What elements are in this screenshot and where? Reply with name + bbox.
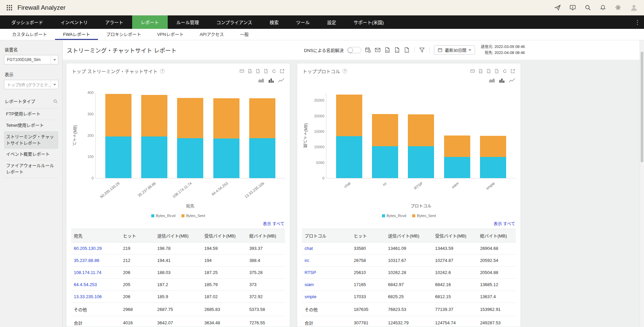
scrollbar-thumb[interactable] bbox=[641, 52, 643, 162]
search-icon[interactable] bbox=[585, 4, 591, 11]
table-cell: 60.205.130.29 bbox=[71, 242, 120, 255]
filter-icon[interactable] bbox=[419, 47, 425, 53]
bar-64.4.54.253[interactable] bbox=[213, 98, 239, 178]
row-link[interactable]: irc bbox=[305, 258, 309, 263]
apps-grid-icon[interactable] bbox=[6, 4, 13, 11]
device-select[interactable]: FGT100D186_Sim bbox=[4, 55, 58, 64]
mail-icon[interactable] bbox=[470, 69, 475, 73]
nav-tab[interactable]: インベントリ bbox=[52, 15, 97, 29]
row-link[interactable]: 108.174.11.74 bbox=[74, 270, 101, 275]
xls-icon[interactable]: x bbox=[404, 47, 410, 53]
chart: 総バイト(MB)0500010000150002000025000chatirc… bbox=[302, 93, 516, 210]
nav-tab[interactable]: 検索 bbox=[261, 15, 287, 29]
mail-icon[interactable] bbox=[239, 69, 244, 73]
mail-icon[interactable] bbox=[375, 47, 381, 53]
row-link[interactable]: 35.237.88.86 bbox=[74, 258, 99, 263]
table-row: その他29682687.752685.835373.58 bbox=[71, 303, 285, 316]
table-cell: 249287.53 bbox=[477, 316, 516, 327]
xls-icon[interactable]: x bbox=[494, 69, 499, 73]
table-cell: 合計 bbox=[71, 316, 120, 327]
period-select[interactable]: 最新30日間 bbox=[434, 45, 475, 55]
pdf-icon[interactable]: PDF bbox=[384, 47, 390, 53]
subnav-tab[interactable]: FWAレポート bbox=[55, 29, 98, 40]
screen-demo-icon[interactable] bbox=[570, 4, 576, 11]
bar-60.205.130.29[interactable] bbox=[105, 94, 131, 178]
table-cell: 26758 bbox=[351, 255, 385, 267]
row-link[interactable]: chat bbox=[305, 246, 313, 251]
dns-toggle[interactable] bbox=[347, 47, 361, 53]
pdf-icon[interactable]: PDF bbox=[478, 69, 483, 73]
pdf-icon[interactable]: PDF bbox=[248, 69, 252, 73]
nav-tab[interactable]: ツール bbox=[287, 15, 319, 29]
report-type-item[interactable]: ファイアウォールルールレポート bbox=[4, 160, 58, 178]
bar-siam[interactable] bbox=[444, 135, 470, 178]
x-tick-label: 64.4.54.253 bbox=[211, 181, 229, 196]
area-chart-icon[interactable] bbox=[258, 78, 264, 83]
bar-chart-icon[interactable] bbox=[268, 78, 274, 83]
period-to: 宛先: 2022-04-08 08:46 bbox=[481, 50, 525, 56]
refresh-icon[interactable] bbox=[502, 69, 507, 73]
nav-tab[interactable]: アラート bbox=[97, 15, 132, 29]
nav-tab[interactable]: レポート bbox=[132, 15, 168, 29]
row-link[interactable]: 13.33.235.106 bbox=[74, 294, 102, 299]
area-chart-icon[interactable] bbox=[489, 78, 495, 83]
search-icon[interactable] bbox=[53, 99, 58, 104]
report-type-item[interactable]: FTP使用レポート bbox=[4, 109, 58, 120]
table-row: 合計40163642.073634.487276.55 bbox=[71, 316, 285, 327]
user-avatar-icon[interactable] bbox=[630, 4, 638, 12]
row-link[interactable]: siam bbox=[305, 282, 314, 287]
bar-13.33.235.106[interactable] bbox=[249, 98, 275, 178]
csv-icon[interactable]: csv bbox=[394, 47, 400, 53]
show-all-link[interactable]: 表示 すべて bbox=[263, 222, 284, 226]
bar-irc[interactable] bbox=[372, 114, 398, 178]
bar-108.174.11.74[interactable] bbox=[177, 98, 203, 178]
subnav-tab[interactable]: APIアクセス bbox=[192, 29, 232, 40]
row-link[interactable]: 64.4.54.253 bbox=[74, 282, 97, 287]
vertical-scrollbar[interactable] bbox=[640, 40, 644, 327]
table-cell: 187635 bbox=[351, 303, 385, 316]
nav-tab[interactable]: サポート(米国) bbox=[345, 15, 392, 29]
line-chart-icon[interactable] bbox=[509, 78, 515, 83]
bar-RTSP[interactable] bbox=[408, 114, 434, 178]
bar-35.237.88.86[interactable] bbox=[141, 95, 167, 178]
row-link[interactable]: RTSP bbox=[305, 270, 316, 275]
subnav-tab[interactable]: 一般 bbox=[232, 29, 257, 40]
bar-smpte[interactable] bbox=[480, 136, 506, 178]
expand-icon[interactable] bbox=[280, 69, 284, 73]
svg-text:csv: csv bbox=[257, 71, 259, 73]
gear-icon[interactable] bbox=[615, 4, 621, 11]
bell-icon[interactable] bbox=[600, 4, 606, 11]
csv-icon[interactable]: csv bbox=[256, 69, 260, 73]
report-type-item[interactable]: イベント概要レポート bbox=[4, 149, 58, 160]
nav-tab[interactable]: 設定 bbox=[318, 15, 345, 29]
report-type-item[interactable]: Telnet使用レポート bbox=[4, 120, 58, 131]
help-icon[interactable]: ? bbox=[342, 69, 347, 73]
chart-type-switch bbox=[71, 74, 285, 83]
schedule-icon[interactable] bbox=[365, 47, 371, 53]
subnav-tab[interactable]: カスタムレポート bbox=[4, 29, 55, 40]
expand-icon[interactable] bbox=[511, 69, 515, 73]
more-menu-icon[interactable]: ⋮ bbox=[631, 15, 644, 29]
refresh-icon[interactable] bbox=[272, 69, 276, 73]
column-header: 受信バイト(MB) bbox=[202, 229, 247, 242]
help-icon[interactable]: ? bbox=[160, 69, 165, 73]
nav-tab[interactable]: ダッシュボード bbox=[3, 15, 52, 29]
subnav-tab[interactable]: VPNレポート bbox=[149, 29, 192, 40]
bar-chart-icon[interactable] bbox=[499, 78, 505, 83]
table-cell: 205 bbox=[120, 279, 155, 291]
subnav-tab[interactable]: プロキシレポート bbox=[98, 29, 149, 40]
display-select[interactable]: トップ5件 (グラフとテ... bbox=[4, 80, 58, 89]
row-link[interactable]: 60.205.130.29 bbox=[74, 246, 102, 251]
table-cell: 194.41 bbox=[155, 255, 202, 267]
x-tick-label: chat bbox=[343, 181, 351, 188]
xls-icon[interactable]: x bbox=[264, 69, 268, 73]
show-all-link[interactable]: 表示 すべて bbox=[493, 222, 515, 226]
nav-tab[interactable]: ルール管理 bbox=[168, 15, 208, 29]
nav-tab[interactable]: コンプライアンス bbox=[208, 15, 261, 29]
csv-icon[interactable]: csv bbox=[486, 69, 491, 73]
bar-chat[interactable] bbox=[336, 95, 362, 178]
announce-icon[interactable] bbox=[554, 4, 561, 11]
report-type-item[interactable]: ストリーミング・チャットサイトレポート bbox=[4, 131, 58, 149]
line-chart-icon[interactable] bbox=[278, 78, 284, 83]
row-link[interactable]: smpte bbox=[305, 294, 316, 299]
